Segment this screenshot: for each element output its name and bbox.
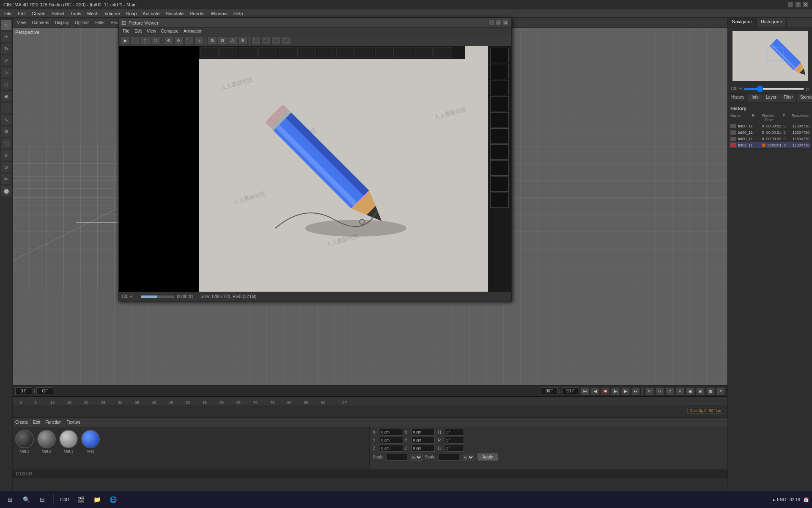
tool-7[interactable]: ⬛ xyxy=(1,138,12,149)
pv-render-area[interactable]: 人人素材社区 人人素材社区 人人素材社区 人人素材社区 人人素材社区 xyxy=(199,46,488,292)
tool-9[interactable]: ⊙ xyxy=(1,162,12,173)
pv-btn-3[interactable]: ⬚ xyxy=(141,36,150,45)
pv-close-btn[interactable]: ✕ xyxy=(503,20,509,26)
tool-move[interactable]: ✛ xyxy=(1,31,12,42)
pv-maximize-btn[interactable]: □ xyxy=(496,20,502,26)
frame-of-input[interactable] xyxy=(36,387,53,395)
maximize-btn[interactable]: □ xyxy=(795,2,801,8)
btn-goto-start[interactable]: ⏮ xyxy=(581,387,589,395)
btn-loop[interactable]: ⟳ xyxy=(645,387,654,395)
btn-menu[interactable]: ≡ xyxy=(716,387,725,395)
current-frame-input[interactable] xyxy=(15,387,32,395)
pv-menu-view[interactable]: View xyxy=(145,28,158,34)
taskbar-icon-1[interactable]: 🎬 xyxy=(74,493,88,506)
menu-snap[interactable]: Snap xyxy=(123,10,140,17)
menu-edit[interactable]: Edit xyxy=(15,10,28,17)
tool-2[interactable]: ⬡ xyxy=(1,79,12,90)
menu-render[interactable]: Render xyxy=(187,10,207,17)
pv-minimize-btn[interactable]: ─ xyxy=(488,20,494,26)
vp-filter-menu[interactable]: Filter xyxy=(93,19,107,26)
menu-tools[interactable]: Tools xyxy=(68,10,84,17)
btn-autokey[interactable]: ◉ xyxy=(696,387,705,395)
pv-btn-13[interactable]: ⬛ xyxy=(251,36,261,45)
menu-window[interactable]: Window xyxy=(208,10,230,17)
p-rot-input[interactable] xyxy=(445,437,464,444)
pv-btn-4[interactable]: ⬡ xyxy=(151,36,160,45)
taskbar-cinema4d[interactable]: C4D xyxy=(58,493,71,506)
material-1[interactable]: Mat.3 xyxy=(15,430,34,467)
x-pos-input[interactable] xyxy=(380,429,403,436)
start-button[interactable]: ⊞ xyxy=(3,493,17,506)
btn-goto-end[interactable]: ⏭ xyxy=(631,387,640,395)
mat-create-btn[interactable]: Create xyxy=(15,420,28,425)
tab-history[interactable]: History xyxy=(728,94,748,102)
scale-y-input[interactable] xyxy=(438,454,459,461)
pv-btn-2[interactable]: ⬛ xyxy=(131,36,140,45)
tool-11[interactable]: ⬤ xyxy=(1,185,12,196)
z-size-input[interactable] xyxy=(411,445,435,452)
close-btn[interactable]: ✕ xyxy=(803,2,809,8)
taskbar-icon-3[interactable]: 🌐 xyxy=(106,493,120,506)
material-3[interactable]: Mat.1 xyxy=(59,430,78,467)
taskbar-search[interactable]: 🔍 xyxy=(19,493,33,506)
scale-x-select[interactable]: % xyxy=(410,454,422,461)
taskbar-task-view[interactable]: ⊟ xyxy=(36,493,49,506)
pv-btn-15[interactable]: ⬛ xyxy=(272,36,281,45)
tool-select[interactable]: ↖ xyxy=(1,19,12,30)
material-2[interactable]: Mat.2 xyxy=(37,430,56,467)
tool-5[interactable]: ∿ xyxy=(1,114,12,125)
menu-file[interactable]: File xyxy=(2,10,14,17)
btn-anim[interactable]: ▣ xyxy=(686,387,694,395)
pv-btn-10[interactable]: ⊟ xyxy=(218,36,227,45)
pv-menu-compare[interactable]: Compare xyxy=(159,28,181,34)
y-size-input[interactable] xyxy=(411,437,435,444)
pv-btn-11[interactable]: A xyxy=(228,36,237,45)
pv-btn-7[interactable]: ⬛ xyxy=(184,36,194,45)
pv-menu-animation[interactable]: Animation xyxy=(181,28,204,34)
tool-1[interactable]: ▷ xyxy=(1,67,12,78)
tool-rotate[interactable]: ↻ xyxy=(1,43,12,54)
menu-create[interactable]: Create xyxy=(29,10,48,17)
vp-display-menu[interactable]: Display xyxy=(52,19,71,26)
pv-btn-9[interactable]: ⊞ xyxy=(208,36,217,45)
taskbar-icon-2[interactable]: 📁 xyxy=(90,493,104,506)
menu-volume[interactable]: Volume xyxy=(102,10,123,17)
mat-edit-btn[interactable]: Edit xyxy=(33,420,40,425)
total-frames-input[interactable] xyxy=(562,387,579,395)
scale-x-input[interactable] xyxy=(386,454,407,461)
pv-btn-8[interactable]: ▷ xyxy=(195,36,204,45)
vp-options-menu[interactable]: Options xyxy=(72,19,92,26)
mat-function-btn[interactable]: Function xyxy=(45,420,61,425)
tab-stereo[interactable]: Stereo xyxy=(797,94,812,102)
tab-filter[interactable]: Filter xyxy=(780,94,797,102)
vp-view-menu[interactable]: View xyxy=(14,19,29,26)
x-size-input[interactable] xyxy=(411,429,435,436)
btn-prev-frame[interactable]: ◀ xyxy=(591,387,599,395)
pv-menu-edit[interactable]: Edit xyxy=(132,28,144,34)
pv-btn-12[interactable]: B xyxy=(238,36,247,45)
btn-r[interactable]: R xyxy=(656,387,664,395)
mat-texture-btn[interactable]: Texture xyxy=(67,420,81,425)
btn-help[interactable]: ? xyxy=(666,387,674,395)
tool-10[interactable]: ✏ xyxy=(1,174,12,185)
menu-help[interactable]: Help xyxy=(231,10,246,17)
material-4[interactable]: Mat xyxy=(81,430,100,467)
tab-histogram[interactable]: Histogram xyxy=(757,18,787,27)
z-pos-input[interactable] xyxy=(380,445,403,452)
history-row-2[interactable]: tut00_11 0 00:00:01 0 1280×720 xyxy=(730,130,810,136)
menu-animate[interactable]: Animate xyxy=(140,10,162,17)
tool-6[interactable]: ⚙ xyxy=(1,126,12,137)
history-row-3[interactable]: tut00_11 0 00:00:02 0 1280×720 xyxy=(730,136,810,142)
timeline-track[interactable]: Gold Sp 0° 90° 1m xyxy=(13,405,727,418)
apply-button[interactable]: Apply xyxy=(477,453,499,461)
pv-btn-16[interactable]: ⬛ xyxy=(282,36,291,45)
btn-next-frame[interactable]: ▶ xyxy=(621,387,630,395)
pv-btn-6[interactable]: ⟳ xyxy=(174,36,184,45)
menu-simulate[interactable]: Simulate xyxy=(163,10,187,17)
pv-btn-1[interactable]: ▶ xyxy=(121,36,130,45)
tool-3[interactable]: ◉ xyxy=(1,91,12,102)
history-row-4[interactable]: tut02_11 00:00:01 0 1280×720 xyxy=(730,142,810,149)
btn-record[interactable]: ⏺ xyxy=(601,387,609,395)
tool-4[interactable]: ⬚ xyxy=(1,102,12,113)
menu-select[interactable]: Select xyxy=(49,10,67,17)
